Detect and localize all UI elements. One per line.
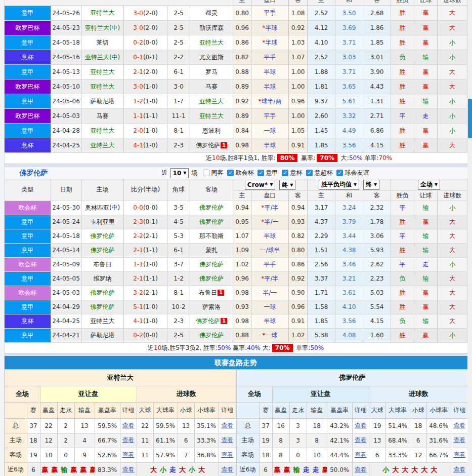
view-link[interactable]: 查看 bbox=[355, 451, 367, 458]
match-row: 意甲24-04-28亚特兰大2-0(1-0)8-1恩波利0.84一球1.051.… bbox=[5, 124, 467, 138]
trend-char: 大 bbox=[179, 466, 186, 473]
view-link[interactable]: 查看 bbox=[453, 466, 465, 473]
view-link[interactable]: 查看 bbox=[221, 422, 233, 429]
match-date: 24-04-21 bbox=[51, 328, 81, 342]
filter-checkbox[interactable] bbox=[203, 170, 209, 176]
euro-draw-odds: 3.69 bbox=[335, 21, 363, 35]
odds-stage-select[interactable]: 终▼ bbox=[279, 180, 295, 190]
scrollbar-thumb[interactable] bbox=[468, 99, 472, 138]
match-row: 意甲24-04-29佛罗伦萨5-1(1-0)10-2萨索洛0.93一球0.961… bbox=[5, 300, 467, 314]
match-date: 24-04-29 bbox=[51, 300, 81, 314]
handicap-away-odds: 1.02 bbox=[289, 328, 308, 342]
view-link[interactable]: 查看 bbox=[122, 422, 135, 429]
scope-select[interactable]: 全场▼ bbox=[418, 180, 440, 190]
view-link[interactable]: 查看 bbox=[221, 451, 233, 458]
filter-checkbox-label: 欧会杯 bbox=[235, 169, 253, 177]
view-link[interactable]: 查看 bbox=[221, 466, 233, 473]
corner-count: 11-1 bbox=[167, 109, 190, 124]
result-handicap: 输 bbox=[414, 94, 438, 109]
col-type: 类型 bbox=[5, 179, 51, 201]
view-link[interactable]: 查看 bbox=[221, 437, 233, 444]
corner-count: 4-5 bbox=[167, 215, 190, 229]
view-link[interactable]: 查看 bbox=[453, 437, 465, 444]
view-link[interactable]: 查看 bbox=[122, 466, 135, 473]
trend-char: 赢 bbox=[274, 466, 281, 473]
euro-draw-odds: 3.50 bbox=[335, 6, 363, 21]
halftime-score: (0-0) bbox=[143, 39, 158, 46]
odds-company-select[interactable]: Crow*▼ bbox=[245, 180, 276, 190]
trend-char: 赢 bbox=[80, 466, 87, 473]
line-text: 半球 bbox=[264, 68, 276, 75]
home-team-name: 奥林匹亚(中) bbox=[85, 204, 120, 211]
match-date: 24-05-03 bbox=[51, 109, 81, 124]
home-team: 佛罗伦萨 bbox=[81, 229, 124, 243]
result-winloss: 胜 bbox=[391, 286, 414, 300]
scrollbar[interactable] bbox=[467, 0, 472, 476]
match-score: 3-0(2-0) bbox=[124, 6, 167, 21]
match-row: 欧会杯24-05-03佛罗伦萨3-2(2-1)8-1布鲁日10.98半/一0.9… bbox=[5, 286, 467, 300]
stat-row-label: 近6场 bbox=[5, 462, 27, 476]
summary-segment: 50% bbox=[310, 344, 324, 351]
league-type: 意甲 bbox=[5, 6, 51, 21]
view-link[interactable]: 查看 bbox=[122, 437, 135, 444]
result-handicap: 赢 bbox=[414, 65, 438, 80]
home-team-name: 亚特兰大 bbox=[91, 127, 115, 134]
view-cell: 查看 bbox=[219, 448, 236, 462]
match-score: 2-0(1-0) bbox=[124, 124, 167, 138]
stat-value: 6 bbox=[369, 448, 385, 462]
corner-count: 3-0 bbox=[167, 80, 190, 94]
match-score: 0-2(0-0) bbox=[124, 35, 167, 50]
euro-odds-select[interactable]: 胜平负均值▼ bbox=[319, 180, 359, 190]
corner-count: 8-1 bbox=[167, 124, 190, 138]
filter-checkbox[interactable]: ✓ bbox=[227, 170, 234, 176]
away-team: 佛罗伦萨1 bbox=[190, 138, 233, 153]
line-text: 半/一 bbox=[263, 289, 277, 296]
euro-away-odds: 5.54 bbox=[363, 300, 391, 314]
filter-checkbox[interactable]: ✓ bbox=[282, 170, 288, 176]
league-type: 意甲 bbox=[5, 215, 51, 229]
line-text: 平手 bbox=[264, 261, 276, 268]
stat-row: 总371631843.2%查看1951.4%1848.6%查看 bbox=[236, 418, 468, 433]
result-goals: 大 bbox=[438, 215, 467, 229]
view-link[interactable]: 查看 bbox=[355, 466, 367, 473]
euro-home-odds: 1.81 bbox=[308, 80, 335, 94]
group-goals: 进球数 bbox=[369, 386, 468, 402]
view-link[interactable]: 查看 bbox=[453, 422, 465, 429]
view-link[interactable]: 查看 bbox=[122, 451, 135, 458]
handicap-home-odds: 0.89 bbox=[233, 109, 251, 124]
away-team: 布鲁日1 bbox=[190, 286, 233, 300]
filter-checkbox[interactable]: ✓ bbox=[306, 170, 313, 176]
league-type: 意杯 bbox=[5, 50, 51, 65]
view-link[interactable]: 查看 bbox=[355, 437, 367, 444]
match-row: 欧罗巴杯24-05-23亚特兰大(中)3-0(2-0)2-5勒沃库森0.96*半… bbox=[5, 21, 467, 35]
scope-value: 全场 bbox=[420, 180, 433, 189]
euro-draw-odds: 3.44 bbox=[335, 229, 363, 243]
match-date: 24-05-06 bbox=[51, 94, 81, 109]
home-team: 维罗纳 bbox=[81, 271, 124, 286]
result-handicap: 输 bbox=[414, 201, 438, 215]
euro-draw-odds: 4.49 bbox=[335, 124, 363, 138]
fulltime-score: 0-2 bbox=[133, 332, 143, 339]
filter-checkbox[interactable]: ✓ bbox=[258, 170, 264, 176]
col-corner: 角球 bbox=[167, 179, 190, 201]
handicap-away-odds: 0.96 bbox=[289, 300, 308, 314]
view-link[interactable]: 查看 bbox=[453, 451, 465, 458]
euro-away-odds: 3.90 bbox=[363, 65, 391, 80]
section-title-fiorentina: 佛罗伦萨 bbox=[20, 169, 48, 178]
euro-stage-select[interactable]: 终▼ bbox=[363, 180, 379, 190]
line-text: 一球 bbox=[264, 127, 276, 134]
stat-row: 主场1983842.1%查看1368.4%631.6%查看 bbox=[236, 433, 468, 448]
view-cell: 查看 bbox=[120, 433, 137, 448]
col-score: 比分(半场) bbox=[124, 179, 167, 201]
col-euro-draw: 和 bbox=[335, 190, 363, 201]
filter-checkbox[interactable]: ✓ bbox=[336, 170, 343, 176]
summary-segment: 70% bbox=[378, 154, 392, 162]
stat-value: 22 bbox=[40, 418, 57, 433]
euro-home-odds: 3.17 bbox=[308, 201, 335, 215]
away-team-name: 那不勒斯 bbox=[199, 232, 224, 240]
result-goals: 大 bbox=[438, 271, 467, 286]
view-link[interactable]: 查看 bbox=[355, 422, 367, 429]
view-cell: 查看 bbox=[120, 462, 137, 476]
games-count-select[interactable]: 10▼ bbox=[170, 168, 189, 178]
match-date: 24-04-25 bbox=[51, 138, 81, 153]
